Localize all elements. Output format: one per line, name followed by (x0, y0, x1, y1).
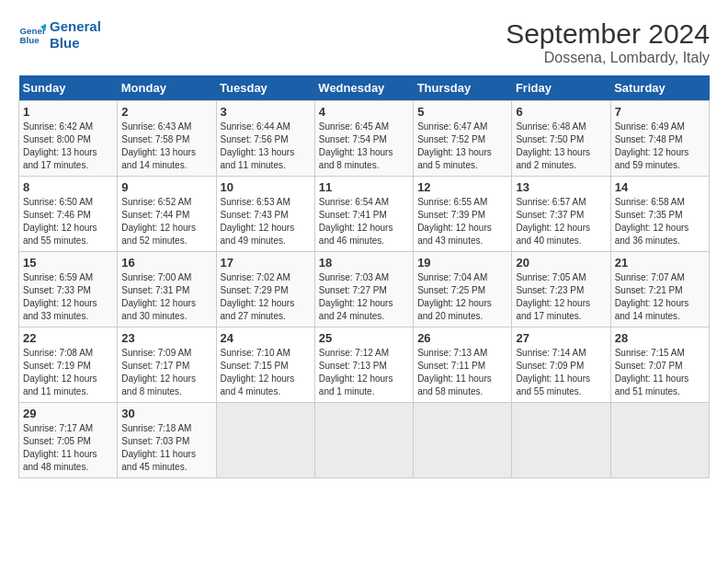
table-row: 7Sunrise: 6:49 AMSunset: 7:48 PMDaylight… (610, 101, 709, 177)
day-number: 12 (417, 180, 507, 194)
table-row: 19Sunrise: 7:04 AMSunset: 7:25 PMDayligh… (414, 252, 512, 327)
day-info: Sunrise: 7:03 AMSunset: 7:27 PMDaylight:… (319, 271, 409, 323)
table-row: 21Sunrise: 7:07 AMSunset: 7:21 PMDayligh… (610, 252, 709, 327)
day-info: Sunrise: 6:47 AMSunset: 7:52 PMDaylight:… (417, 121, 507, 172)
day-number: 15 (23, 256, 113, 270)
table-row: 15Sunrise: 6:59 AMSunset: 7:33 PMDayligh… (19, 252, 118, 327)
day-info: Sunrise: 7:08 AMSunset: 7:19 PMDaylight:… (23, 347, 113, 398)
table-row (414, 403, 512, 478)
day-info: Sunrise: 7:14 AMSunset: 7:09 PMDaylight:… (516, 347, 606, 398)
day-number: 2 (121, 105, 211, 119)
table-row: 24Sunrise: 7:10 AMSunset: 7:15 PMDayligh… (216, 327, 314, 403)
page-subtitle: Dossena, Lombardy, Italy (506, 50, 710, 66)
day-number: 18 (319, 256, 409, 270)
day-number: 26 (417, 331, 507, 345)
day-number: 17 (221, 256, 311, 270)
table-row: 11Sunrise: 6:54 AMSunset: 7:41 PMDayligh… (314, 177, 413, 252)
day-info: Sunrise: 6:53 AMSunset: 7:43 PMDaylight:… (221, 196, 311, 247)
table-row: 14Sunrise: 6:58 AMSunset: 7:35 PMDayligh… (610, 177, 709, 252)
day-number: 9 (121, 180, 211, 194)
day-info: Sunrise: 6:59 AMSunset: 7:33 PMDaylight:… (23, 271, 113, 323)
day-number: 23 (121, 331, 211, 345)
page-title: September 2024 (506, 18, 710, 50)
table-row: 28Sunrise: 7:15 AMSunset: 7:07 PMDayligh… (610, 327, 709, 403)
calendar-week-row: 29Sunrise: 7:17 AMSunset: 7:05 PMDayligh… (19, 403, 710, 478)
day-number: 6 (516, 105, 606, 119)
day-info: Sunrise: 6:55 AMSunset: 7:39 PMDaylight:… (417, 196, 507, 247)
day-info: Sunrise: 6:57 AMSunset: 7:37 PMDaylight:… (516, 196, 606, 247)
day-info: Sunrise: 7:13 AMSunset: 7:11 PMDaylight:… (417, 347, 507, 398)
calendar-week-row: 15Sunrise: 6:59 AMSunset: 7:33 PMDayligh… (19, 252, 710, 327)
day-info: Sunrise: 7:17 AMSunset: 7:05 PMDaylight:… (23, 422, 113, 474)
table-row: 12Sunrise: 6:55 AMSunset: 7:39 PMDayligh… (414, 177, 512, 252)
day-info: Sunrise: 6:54 AMSunset: 7:41 PMDaylight:… (319, 196, 409, 247)
day-info: Sunrise: 6:49 AMSunset: 7:48 PMDaylight:… (615, 121, 705, 172)
day-info: Sunrise: 7:09 AMSunset: 7:17 PMDaylight:… (121, 347, 211, 398)
day-number: 14 (615, 180, 705, 194)
day-number: 29 (23, 407, 113, 420)
header-wednesday: Wednesday (314, 75, 413, 101)
table-row: 2Sunrise: 6:43 AMSunset: 7:58 PMDaylight… (118, 101, 216, 177)
logo-line2: Blue (50, 35, 101, 52)
day-number: 3 (221, 105, 311, 119)
day-info: Sunrise: 6:44 AMSunset: 7:56 PMDaylight:… (221, 121, 311, 172)
table-row (216, 403, 314, 478)
day-number: 20 (516, 256, 606, 270)
table-row (610, 403, 709, 478)
day-info: Sunrise: 7:05 AMSunset: 7:23 PMDaylight:… (516, 271, 606, 323)
table-row: 13Sunrise: 6:57 AMSunset: 7:37 PMDayligh… (512, 177, 610, 252)
table-row: 4Sunrise: 6:45 AMSunset: 7:54 PMDaylight… (314, 101, 413, 177)
table-row: 25Sunrise: 7:12 AMSunset: 7:13 PMDayligh… (314, 327, 413, 403)
day-number: 27 (516, 331, 606, 345)
day-number: 24 (221, 331, 311, 345)
day-number: 22 (23, 331, 113, 345)
day-info: Sunrise: 6:45 AMSunset: 7:54 PMDaylight:… (319, 121, 409, 172)
svg-text:Blue: Blue (20, 35, 40, 45)
calendar-header-row: Sunday Monday Tuesday Wednesday Thursday… (19, 75, 710, 101)
day-info: Sunrise: 6:58 AMSunset: 7:35 PMDaylight:… (615, 196, 705, 247)
page-header: General Blue General Blue September 2024… (18, 18, 710, 66)
day-info: Sunrise: 6:42 AMSunset: 8:00 PMDaylight:… (23, 121, 113, 172)
header-sunday: Sunday (19, 75, 118, 101)
title-block: September 2024 Dossena, Lombardy, Italy (506, 18, 710, 66)
header-saturday: Saturday (610, 75, 709, 101)
day-info: Sunrise: 7:12 AMSunset: 7:13 PMDaylight:… (319, 347, 409, 398)
day-info: Sunrise: 7:02 AMSunset: 7:29 PMDaylight:… (221, 271, 311, 323)
table-row: 10Sunrise: 6:53 AMSunset: 7:43 PMDayligh… (216, 177, 314, 252)
table-row: 6Sunrise: 6:48 AMSunset: 7:50 PMDaylight… (512, 101, 610, 177)
day-number: 8 (23, 180, 113, 194)
day-number: 25 (319, 331, 409, 345)
calendar-week-row: 22Sunrise: 7:08 AMSunset: 7:19 PMDayligh… (19, 327, 710, 403)
day-number: 19 (417, 256, 507, 270)
table-row (314, 403, 413, 478)
logo-icon: General Blue (18, 21, 46, 49)
header-tuesday: Tuesday (216, 75, 314, 101)
table-row: 22Sunrise: 7:08 AMSunset: 7:19 PMDayligh… (19, 327, 118, 403)
day-info: Sunrise: 7:18 AMSunset: 7:03 PMDaylight:… (121, 422, 211, 474)
table-row: 16Sunrise: 7:00 AMSunset: 7:31 PMDayligh… (118, 252, 216, 327)
day-number: 30 (121, 407, 211, 420)
day-info: Sunrise: 6:43 AMSunset: 7:58 PMDaylight:… (121, 121, 211, 172)
day-number: 4 (319, 105, 409, 119)
day-number: 11 (319, 180, 409, 194)
day-info: Sunrise: 7:15 AMSunset: 7:07 PMDaylight:… (615, 347, 705, 398)
day-number: 21 (615, 256, 705, 270)
day-number: 13 (516, 180, 606, 194)
table-row: 17Sunrise: 7:02 AMSunset: 7:29 PMDayligh… (216, 252, 314, 327)
day-number: 16 (121, 256, 211, 270)
table-row: 3Sunrise: 6:44 AMSunset: 7:56 PMDaylight… (216, 101, 314, 177)
table-row: 1Sunrise: 6:42 AMSunset: 8:00 PMDaylight… (19, 101, 118, 177)
day-info: Sunrise: 6:52 AMSunset: 7:44 PMDaylight:… (121, 196, 211, 247)
table-row (512, 403, 610, 478)
day-info: Sunrise: 7:00 AMSunset: 7:31 PMDaylight:… (121, 271, 211, 323)
table-row: 18Sunrise: 7:03 AMSunset: 7:27 PMDayligh… (314, 252, 413, 327)
day-info: Sunrise: 6:48 AMSunset: 7:50 PMDaylight:… (516, 121, 606, 172)
table-row: 9Sunrise: 6:52 AMSunset: 7:44 PMDaylight… (118, 177, 216, 252)
day-info: Sunrise: 7:04 AMSunset: 7:25 PMDaylight:… (417, 271, 507, 323)
day-number: 7 (615, 105, 705, 119)
table-row: 30Sunrise: 7:18 AMSunset: 7:03 PMDayligh… (118, 403, 216, 478)
table-row: 29Sunrise: 7:17 AMSunset: 7:05 PMDayligh… (19, 403, 118, 478)
day-info: Sunrise: 7:10 AMSunset: 7:15 PMDaylight:… (221, 347, 311, 398)
calendar-week-row: 1Sunrise: 6:42 AMSunset: 8:00 PMDaylight… (19, 101, 710, 177)
day-info: Sunrise: 6:50 AMSunset: 7:46 PMDaylight:… (23, 196, 113, 247)
